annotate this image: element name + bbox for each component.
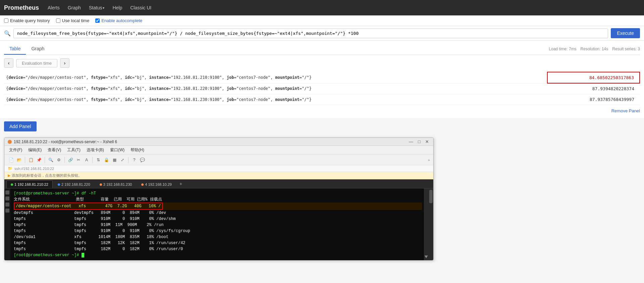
tip-text: 添加到此标签会话，点击左侧的箭头按钮。 <box>12 173 82 178</box>
menu-window[interactable]: 窗口(W) <box>109 147 126 154</box>
metric-cell: {device="/dev/mapper/centos-root", fstyp… <box>4 94 547 105</box>
terminal-tip-bar: ▶ 添加到此标签会话，点击左侧的箭头按钮。 <box>4 172 433 179</box>
main-content: Table Graph Load time: 7ms Resolution: 1… <box>0 41 644 118</box>
minimize-button[interactable]: — <box>408 139 414 144</box>
brand-title: Prometheus <box>4 4 39 11</box>
table-row: {device="/dev/mapper/centos-root", fstyp… <box>4 72 640 83</box>
tab-table[interactable]: Table <box>4 43 26 55</box>
results-table: {device="/dev/mapper/centos-root", fstyp… <box>4 72 640 105</box>
local-time-option[interactable]: Use local time <box>56 18 90 23</box>
terminal-line: 文件系统 类型 容量 已用 可用 已用% 挂载点 <box>14 196 422 203</box>
terminal-line: /dev/sda1 xfs 1014M 180M 835M 18% /boot <box>14 234 422 240</box>
table-row: {device="/dev/mapper/centos-root", fstyp… <box>4 94 640 105</box>
terminal-menubar: 文件(F) 编辑(E) 查看(V) 工具(T) 选项卡(B) 窗口(W) 帮助(… <box>4 146 433 155</box>
autocomplete-checkbox[interactable] <box>95 18 100 23</box>
nav-classic-ui[interactable]: Classic UI <box>127 4 155 12</box>
eval-time-label: Evaluation time <box>16 59 57 67</box>
folder-icon: 📁 <box>8 166 12 171</box>
add-panel-button[interactable]: Add Panel <box>4 121 37 131</box>
toolbar-transfer-icon[interactable]: ⇅ <box>95 157 102 163</box>
nav-help[interactable]: Help <box>109 4 126 12</box>
terminal-tab[interactable]: 1 192.168.81.210:22 <box>6 180 53 188</box>
toolbar-copy-icon[interactable]: 📋 <box>28 157 34 163</box>
sidebar-icon-2[interactable] <box>5 196 9 201</box>
eval-next-button[interactable]: › <box>60 58 69 68</box>
terminal-line: tmpfs tmpfs 910M 0 910M 0% /dev/shm <box>14 216 422 222</box>
eval-prev-button[interactable]: ‹ <box>4 58 13 68</box>
toolbar-new-icon[interactable]: 📄 <box>8 157 14 163</box>
toolbar-connect-icon[interactable]: 🔗 <box>67 157 74 163</box>
value-cell: 84.68502250317863 <box>547 72 640 83</box>
maximize-button[interactable]: □ <box>417 139 422 144</box>
sidebar-icon-1[interactable] <box>5 190 9 194</box>
toolbar-paste-icon[interactable]: 📌 <box>36 157 42 163</box>
toolbar-search-icon[interactable]: 🔍 <box>47 157 54 163</box>
menu-tabs[interactable]: 选项卡(B) <box>85 147 105 154</box>
menu-tools[interactable]: 工具(T) <box>66 147 82 154</box>
tabs: Table Graph <box>4 43 50 55</box>
autocomplete-option[interactable]: Enable autocomplete <box>95 18 142 23</box>
toolbar-settings-icon[interactable]: ⚙ <box>55 157 62 163</box>
menu-edit[interactable]: 编辑(E) <box>27 147 43 154</box>
metric-cell: {device="/dev/mapper/centos-root", fstyp… <box>4 72 547 83</box>
terminal-scrollbar-right <box>424 188 429 260</box>
close-button[interactable]: ✕ <box>424 139 430 144</box>
toolbar-layout-icon[interactable]: ▦ <box>111 157 118 163</box>
terminal-tab[interactable]: 3 192.168.81.230 <box>95 180 137 188</box>
value-cell: 87.9394820228374 <box>547 83 640 94</box>
eval-row: ‹ Evaluation time › <box>4 55 640 70</box>
tip-icon: ▶ <box>8 173 10 178</box>
nav-alerts[interactable]: Alerts <box>44 4 63 12</box>
load-info: Load time: 7ms Resolution: 14s Result se… <box>549 47 640 51</box>
nav-graph[interactable]: Graph <box>64 4 84 12</box>
toolbar-open-icon[interactable]: 📂 <box>16 157 22 163</box>
sidebar-icon-4[interactable] <box>5 209 9 213</box>
terminal-toolbar: 📄 📂 📋 📌 🔍 ⚙ 🔗 ✂ A ⇅ 🔒 ▦ ⤢ ? 💬 » <box>4 155 433 165</box>
menu-file[interactable]: 文件(F) <box>8 147 23 154</box>
toolbar-font-icon[interactable]: A <box>83 157 90 163</box>
value-cell: 87.93785768439997 <box>547 94 640 105</box>
terminal-body-wrapper: [root@prometheus-server ~]# df -hT文件系统 类… <box>4 188 433 260</box>
toolbar-sep-3 <box>64 157 65 163</box>
query-bar: 🔍 Execute <box>0 26 644 41</box>
tab-graph[interactable]: Graph <box>26 43 50 55</box>
toolbar-disconnect-icon[interactable]: ✂ <box>75 157 82 163</box>
local-time-checkbox[interactable] <box>56 18 60 23</box>
toolbar-expand-icon[interactable]: ⤢ <box>119 157 126 163</box>
terminal-line: tmpfs tmpfs 182M 12K 182M 1% /run/user/4… <box>14 240 422 246</box>
scroll-down-arrow[interactable] <box>425 256 428 259</box>
remove-panel-link[interactable]: Remove Panel <box>611 108 640 113</box>
terminal-tab[interactable]: 4 192.168.10.29 <box>137 180 176 188</box>
toolbar-chat-icon[interactable]: 💬 <box>139 157 146 163</box>
terminal-titlebar: 192.168.81.210:22 - root@prometheus-serv… <box>4 138 433 146</box>
query-history-option[interactable]: Enable query history <box>4 18 50 23</box>
nav-status-label: Status <box>89 5 102 10</box>
terminal-controls: — □ ✕ <box>408 139 430 144</box>
scroll-thumb[interactable] <box>429 190 433 203</box>
query-history-checkbox[interactable] <box>4 18 8 23</box>
terminal-tabs: 1 192.168.81.210:222 192.168.81.2203 192… <box>4 179 433 188</box>
terminal-window: 192.168.81.210:22 - root@prometheus-serv… <box>4 137 434 261</box>
toolbar-help-icon[interactable]: ? <box>131 157 138 163</box>
terminal-line: tmpfs tmpfs 182M 0 182M 0% /run/user/0 <box>14 246 422 252</box>
table-row: {device="/dev/mapper/centos-root", fstyp… <box>4 83 640 94</box>
remove-panel-row: Remove Panel <box>4 105 640 115</box>
terminal-scrollbar[interactable] <box>429 188 433 260</box>
toolbar-lock-icon[interactable]: 🔒 <box>103 157 110 163</box>
sidebar-icon-3[interactable] <box>5 203 9 207</box>
toolbar-sep-5 <box>128 157 129 163</box>
menu-view[interactable]: 查看(V) <box>46 147 62 154</box>
terminal-tab[interactable]: 2 192.168.81.220 <box>53 180 95 188</box>
load-time: Load time: 7ms <box>549 47 577 51</box>
metric-cell: {device="/dev/mapper/centos-root", fstyp… <box>4 83 547 94</box>
terminal-line: /dev/mapper/centos-root xfs 47G 7.2G 40G… <box>14 203 422 210</box>
nav-status-dropdown[interactable]: Status ▾ <box>86 4 108 12</box>
query-input[interactable] <box>13 29 608 38</box>
execute-button[interactable]: Execute <box>611 28 640 38</box>
terminal-tab-add[interactable]: + <box>177 180 185 188</box>
terminal-icon <box>8 140 12 144</box>
terminal-body[interactable]: [root@prometheus-server ~]# df -hT文件系统 类… <box>10 188 429 260</box>
toolbar-sep-1 <box>25 157 25 163</box>
menu-help[interactable]: 帮助(H) <box>129 147 146 154</box>
autocomplete-label: Enable autocomplete <box>101 18 142 23</box>
